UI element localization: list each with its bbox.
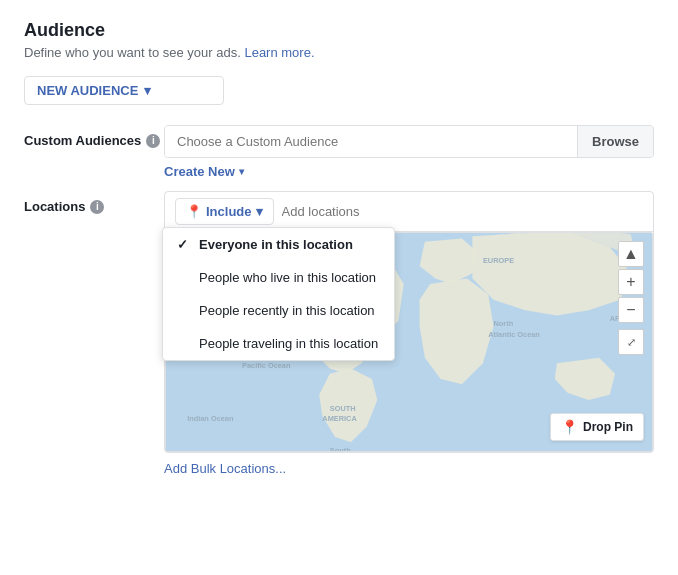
custom-audience-input-container: Browse <box>164 125 654 158</box>
include-button[interactable]: 📍 Include ▾ <box>175 198 274 225</box>
svg-text:AMERICA: AMERICA <box>322 414 357 423</box>
browse-button[interactable]: Browse <box>577 126 653 157</box>
drop-pin-badge[interactable]: 📍 Drop Pin <box>550 413 644 441</box>
map-controls: ▲ + − ⤢ <box>618 241 644 355</box>
drop-pin-label: Drop Pin <box>583 420 633 434</box>
add-locations-input[interactable] <box>282 204 643 219</box>
scroll-up-button[interactable]: ▲ <box>618 241 644 267</box>
locations-control: Everyone in this location People who liv… <box>164 191 654 476</box>
dropdown-item-traveling[interactable]: People traveling in this location <box>163 327 394 360</box>
audience-type-button[interactable]: NEW AUDIENCE ▾ <box>24 76 224 105</box>
create-new-chevron: ▾ <box>239 166 244 177</box>
svg-text:North: North <box>494 319 514 328</box>
custom-audiences-label: Custom Audiences i <box>24 125 164 148</box>
custom-audiences-row: Custom Audiences i Browse Create New ▾ <box>24 125 654 179</box>
location-type-dropdown: Everyone in this location People who liv… <box>162 227 395 361</box>
dropdown-item-recently[interactable]: People recently in this location <box>163 294 394 327</box>
location-top-bar: 📍 Include ▾ <box>165 192 653 232</box>
drop-pin-icon: 📍 <box>561 419 578 435</box>
zoom-in-button[interactable]: + <box>618 269 644 295</box>
page-title: Audience <box>24 20 654 41</box>
learn-more-link[interactable]: Learn more. <box>244 45 314 60</box>
page-subtitle: Define who you want to see your ads. Lea… <box>24 45 654 60</box>
create-new-button[interactable]: Create New ▾ <box>164 164 654 179</box>
custom-audiences-info-icon[interactable]: i <box>146 134 160 148</box>
locations-row: Locations i Everyone in this location Pe… <box>24 191 654 476</box>
custom-audiences-control: Browse Create New ▾ <box>164 125 654 179</box>
svg-text:Pacific Ocean: Pacific Ocean <box>242 361 291 370</box>
svg-text:South: South <box>330 446 351 451</box>
svg-text:Indian Ocean: Indian Ocean <box>187 414 234 423</box>
add-bulk-locations-link[interactable]: Add Bulk Locations... <box>164 461 286 476</box>
audience-type-chevron: ▾ <box>144 83 151 98</box>
svg-text:SOUTH: SOUTH <box>330 404 356 413</box>
pin-icon: 📍 <box>186 204 202 219</box>
zoom-out-button[interactable]: − <box>618 297 644 323</box>
section-header: Audience Define who you want to see your… <box>24 20 654 60</box>
svg-text:EUROPE: EUROPE <box>483 256 514 265</box>
include-chevron: ▾ <box>256 204 263 219</box>
custom-audience-input[interactable] <box>165 126 577 157</box>
locations-info-icon[interactable]: i <box>90 200 104 214</box>
expand-button[interactable]: ⤢ <box>618 329 644 355</box>
dropdown-item-everyone[interactable]: Everyone in this location <box>163 228 394 261</box>
svg-text:Atlantic Ocean: Atlantic Ocean <box>488 330 540 339</box>
locations-label: Locations i <box>24 191 164 214</box>
dropdown-item-live[interactable]: People who live in this location <box>163 261 394 294</box>
audience-type-label: NEW AUDIENCE <box>37 83 138 98</box>
